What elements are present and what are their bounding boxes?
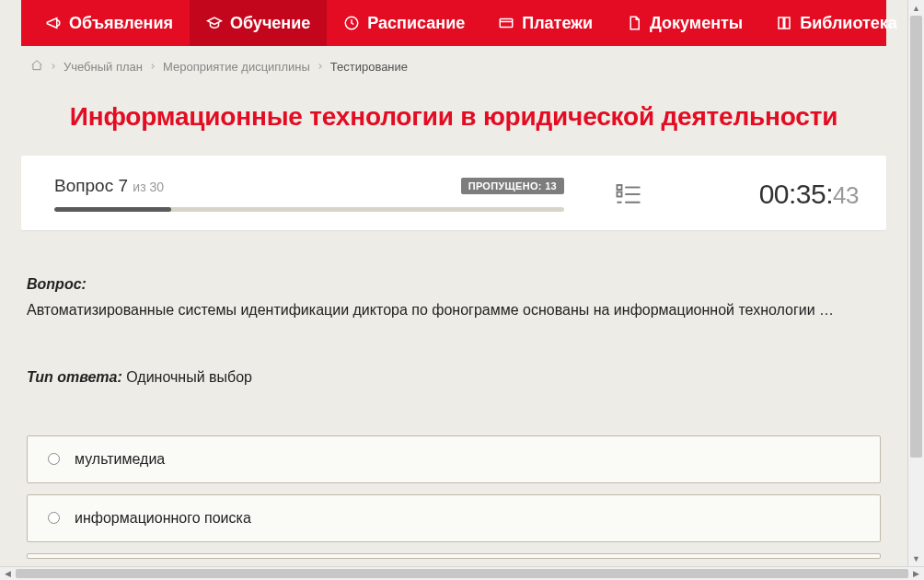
status-card: Вопрос 7 из 30 ПРОПУЩЕНО: 13 xyxy=(21,156,886,230)
scroll-left-arrow[interactable]: ◀ xyxy=(0,567,16,580)
nav-documents[interactable]: Документы xyxy=(609,0,759,46)
question-text: Автоматизированные системы идентификации… xyxy=(27,298,881,322)
question-area: Вопрос: Автоматизированные системы идент… xyxy=(21,230,886,389)
document-icon xyxy=(626,15,642,31)
nav-label: Объявления xyxy=(69,14,173,33)
nav-label: Библиотека xyxy=(800,14,897,33)
scroll-down-arrow[interactable]: ▼ xyxy=(908,551,924,566)
nav-label: Обучение xyxy=(230,14,310,33)
question-counter: Вопрос 7 из 30 xyxy=(54,176,164,196)
clock-icon xyxy=(343,15,360,31)
question-list-icon xyxy=(615,180,642,208)
megaphone-icon xyxy=(45,15,62,31)
answer-type-value: Одиночный выбор xyxy=(126,369,252,385)
page-title: Информационные технологии в юридической … xyxy=(21,82,886,156)
breadcrumb-separator xyxy=(49,60,58,74)
nav-label: Платежи xyxy=(522,14,593,33)
scroll-track[interactable] xyxy=(908,16,924,551)
svg-rect-1 xyxy=(500,19,513,28)
nav-schedule[interactable]: Расписание xyxy=(327,0,481,46)
svg-rect-3 xyxy=(618,191,622,196)
nav-education[interactable]: Обучение xyxy=(190,0,327,46)
question-label: Вопрос: xyxy=(27,276,87,292)
main-nav: Объявления Обучение Расписание Платежи Д… xyxy=(21,0,886,46)
radio-icon xyxy=(48,512,60,524)
scroll-thumb[interactable] xyxy=(16,569,908,578)
home-icon xyxy=(30,59,43,72)
breadcrumb-home[interactable] xyxy=(30,59,43,75)
horizontal-scrollbar[interactable]: ◀ ▶ xyxy=(0,566,924,580)
radio-icon xyxy=(48,453,60,465)
breadcrumb-current: Тестирование xyxy=(330,60,408,74)
skipped-badge: ПРОПУЩЕНО: 13 xyxy=(461,178,564,194)
answer-option[interactable]: мультимедиа xyxy=(27,435,881,483)
breadcrumb-discipline-event[interactable]: Мероприятие дисциплины xyxy=(163,60,310,74)
progress-fill xyxy=(54,207,171,212)
answer-options: мультимедиа информационного поиска xyxy=(21,435,886,559)
book-icon xyxy=(776,15,792,31)
option-text: информационного поиска xyxy=(75,510,251,527)
breadcrumb-separator xyxy=(148,60,157,74)
nav-label: Расписание xyxy=(367,14,465,33)
svg-rect-2 xyxy=(618,185,622,190)
vertical-scrollbar[interactable]: ▲ ▼ xyxy=(907,0,924,566)
scroll-right-arrow[interactable]: ▶ xyxy=(908,567,924,580)
question-list-button[interactable] xyxy=(592,180,665,208)
progress-block: Вопрос 7 из 30 ПРОПУЩЕНО: 13 xyxy=(54,176,564,212)
progress-bar xyxy=(54,207,564,212)
breadcrumb: Учебный план Мероприятие дисциплины Тест… xyxy=(21,46,886,82)
answer-option[interactable]: информационного поиска xyxy=(27,494,881,542)
answer-type-label: Тип ответа: xyxy=(27,369,122,385)
timer: 00:35:43 xyxy=(693,179,859,210)
nav-label: Документы xyxy=(650,14,743,33)
scroll-thumb[interactable] xyxy=(910,16,922,458)
nav-announcements[interactable]: Объявления xyxy=(29,0,190,46)
scroll-up-arrow[interactable]: ▲ xyxy=(908,0,924,16)
breadcrumb-separator xyxy=(316,60,325,74)
nav-library[interactable]: Библиотека xyxy=(759,0,907,46)
graduation-icon xyxy=(206,15,223,31)
nav-payments[interactable]: Платежи xyxy=(481,0,609,46)
breadcrumb-study-plan[interactable]: Учебный план xyxy=(64,60,143,74)
option-text: мультимедиа xyxy=(75,451,165,468)
answer-option-partial[interactable] xyxy=(27,553,881,559)
card-icon xyxy=(498,15,514,31)
